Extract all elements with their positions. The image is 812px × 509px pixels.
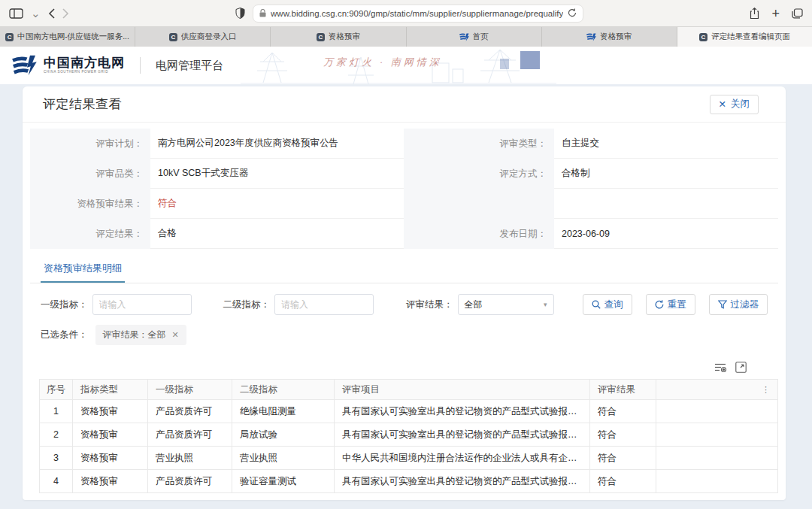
sidebar-chevron-icon[interactable]: ⌄ [31, 8, 41, 19]
csg-logo-icon [11, 54, 38, 77]
column-config-icon[interactable] [714, 362, 728, 373]
column-header: 指标类型 [73, 380, 148, 400]
table-cell: 绝缘电阻测量 [232, 400, 335, 423]
table-cell: 产品资质许可 [148, 400, 232, 423]
search-button[interactable]: 查询 [583, 294, 632, 315]
column-header: 评审项目 [335, 380, 590, 400]
filter-button[interactable]: 过滤器 [709, 294, 768, 315]
table-row[interactable]: 2资格预审产品资质许可局放试验具有国家认可实验室出具的登记物资的产品型式试验报告… [40, 423, 778, 447]
reset-label: 重置 [668, 298, 686, 311]
table-cell: 资格预审 [73, 423, 148, 447]
url-text: www.bidding.csg.cn:9090/gmp/static/mm/su… [271, 9, 563, 18]
detail-tab-strip: 资格预审结果明细 [30, 256, 778, 283]
tab-label: 评定结果查看编辑页面 [711, 32, 790, 42]
browser-tab-result-view-active[interactable]: C 评定结果查看编辑页面 [677, 27, 812, 47]
share-icon[interactable] [750, 8, 759, 20]
reset-button[interactable]: 重置 [646, 294, 695, 315]
select-value: 全部 [465, 298, 483, 311]
page-title: 评定结果查看 [43, 95, 122, 113]
card-title-row: 评定结果查看 ✕ 关闭 [23, 86, 786, 123]
forward-button-icon[interactable] [62, 8, 69, 19]
table-row[interactable]: 3资格预审营业执照营业执照中华人民共和国境内注册合法运作的企业法人或具有企业法人… [40, 447, 778, 470]
column-settings-icon[interactable]: ⋮ [656, 380, 778, 400]
address-bar[interactable]: www.bidding.csg.cn:9090/gmp/static/mm/su… [253, 5, 583, 23]
header-slogan: 万家灯火 · 南网情深 [323, 56, 442, 69]
review-result-select[interactable]: 全部 ▾ [458, 294, 554, 315]
new-tab-icon[interactable]: + [771, 7, 780, 20]
reset-icon [655, 300, 664, 309]
condition-tag[interactable]: 评审结果：全部 ✕ [95, 325, 186, 345]
filter-level2: 二级指标： [223, 294, 374, 315]
table-cell-empty [656, 423, 778, 447]
field-value: 合格制 [554, 159, 778, 189]
table-row[interactable]: 1资格预审产品资质许可绝缘电阻测量具有国家认可实验室出具的登记物资的产品型式试验… [40, 400, 778, 423]
privacy-shield-icon[interactable] [235, 8, 245, 19]
level2-indicator-input[interactable] [274, 294, 374, 315]
results-table: 序号指标类型一级指标二级指标评审项目评审结果⋮ 1资格预审产品资质许可绝缘电阻测… [39, 379, 778, 493]
table-cell-empty [656, 447, 778, 470]
results-table-wrap: 序号指标类型一级指标二级指标评审项目评审结果⋮ 1资格预审产品资质许可绝缘电阻测… [39, 379, 778, 493]
watermark-block [520, 51, 540, 69]
level1-indicator-input[interactable] [92, 294, 192, 315]
table-cell: 中华人民共和国境内注册合法运作的企业法人或具有企业法人授权的其他组织，具有独立承… [335, 447, 590, 470]
browser-tab-prequalify-1[interactable]: C 资格预审 [271, 27, 406, 47]
info-panel: 评审计划： 南方电网公司2023年度供应商资格预审公告 评审品类： 10kV S… [30, 129, 778, 249]
table-cell: 营业执照 [148, 447, 232, 470]
header-watermark: 万家灯火 · 南网情深 [241, 47, 556, 84]
c-favicon: C [699, 33, 707, 41]
field-label: 发布日期： [404, 219, 554, 249]
filter-row: 一级指标： 二级指标： 评审结果： 全部 ▾ [23, 283, 786, 315]
selected-conditions-label: 已选条件： [41, 329, 88, 341]
selected-conditions-row: 已选条件： 评审结果：全部 ✕ [23, 315, 786, 345]
platform-title: 电网管理平台 [156, 59, 223, 73]
reload-icon[interactable] [568, 7, 577, 20]
back-button-icon[interactable] [48, 8, 55, 19]
table-cell: 具有国家认可实验室出具的登记物资的产品型式试验报告，检验试验结果应为合格或符合相… [335, 400, 590, 423]
close-label: 关闭 [731, 98, 750, 111]
tag-close-icon[interactable]: ✕ [172, 330, 179, 340]
filter-label: 一级指标： [41, 298, 88, 311]
field-label: 评审类型： [404, 129, 554, 159]
c-favicon: C [5, 33, 14, 41]
field-label: 评定结果： [30, 219, 150, 249]
table-cell: 局放试验 [232, 423, 335, 447]
table-toolbar [23, 345, 786, 379]
browser-toolbar: ⌄ www.bidding.csg.cn:9090/gmp/static/mm/… [0, 0, 812, 27]
filter-level1: 一级指标： [41, 294, 192, 315]
brand: 中国南方电网 CHINA SOUTHERN POWER GRID 电网管理平台 [11, 54, 223, 77]
column-header: 一级指标 [148, 380, 232, 400]
column-header: 序号 [40, 380, 73, 400]
sidebar-toggle-icon[interactable] [9, 8, 23, 19]
browser-tab-supplier-login[interactable]: C 供应商登录入口 [135, 27, 271, 47]
browser-tab-supply-chain[interactable]: C 中国南方电网-供应链统一服务... [0, 27, 135, 47]
field-label: 评定方式： [404, 159, 554, 189]
close-button[interactable]: ✕ 关闭 [710, 95, 759, 114]
info-row-empty [404, 189, 778, 219]
c-favicon: C [317, 33, 325, 41]
field-value: 自主提交 [554, 129, 778, 159]
table-cell: 具有国家认可实验室出具的登记物资的产品型式试验报告，检验试验结果应为合格或符合相… [335, 423, 590, 447]
table-row[interactable]: 4资格预审产品资质许可验证容量测试具有国家认可实验室出具的登记物资的产品型式试验… [40, 470, 778, 493]
table-cell-empty [656, 470, 778, 493]
tab-prequalify-result-detail[interactable]: 资格预审结果明细 [41, 256, 125, 283]
watermark-block [500, 59, 509, 69]
tab-overview-icon[interactable] [792, 8, 803, 19]
condition-tag-text: 评审结果：全部 [103, 329, 166, 341]
filter-review-result: 评审结果： 全部 ▾ [406, 294, 554, 315]
table-cell: 符合 [590, 423, 656, 447]
browser-tab-home[interactable]: 首页 [407, 27, 542, 47]
column-header: 评审结果 [590, 380, 656, 400]
browser-tab-bar: C 中国南方电网-供应链统一服务... C 供应商登录入口 C 资格预审 首页 … [0, 27, 812, 47]
info-row-review-plan: 评审计划： 南方电网公司2023年度供应商资格预审公告 [30, 129, 404, 159]
table-cell: 资格预审 [73, 470, 148, 493]
browser-tab-prequalify-2[interactable]: 资格预审 [542, 27, 677, 47]
info-row-review-type: 评审类型： 自主提交 [404, 129, 778, 159]
table-cell: 产品资质许可 [148, 423, 232, 447]
search-label: 查询 [604, 298, 623, 311]
table-cell: 资格预审 [73, 447, 148, 470]
fullscreen-icon[interactable] [735, 362, 747, 373]
filter-label: 过滤器 [731, 298, 759, 311]
field-value: 合格 [150, 219, 404, 249]
search-icon [592, 300, 601, 309]
info-row-evaluation-result: 评定结果： 合格 [30, 219, 404, 249]
